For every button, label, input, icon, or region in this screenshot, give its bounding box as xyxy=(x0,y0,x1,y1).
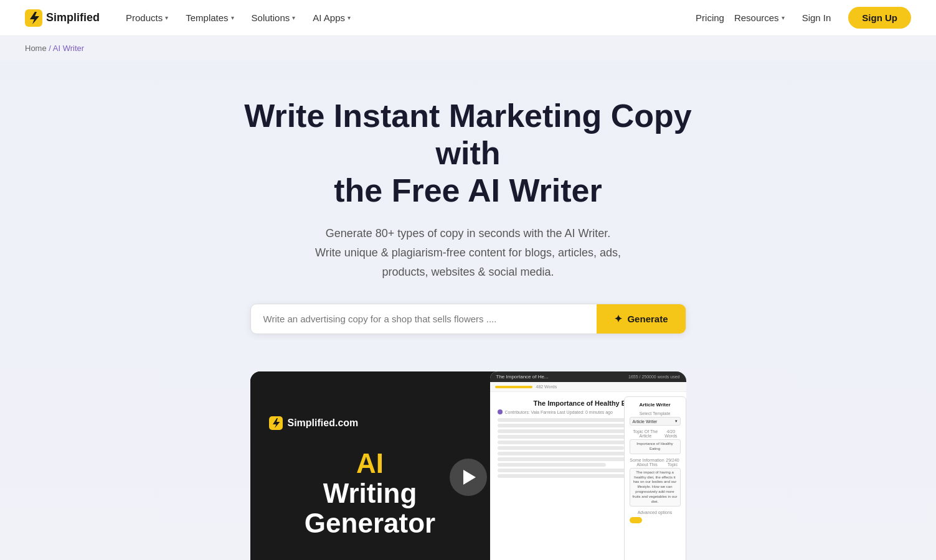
video-card: Simplified.com AI Writing Generator The … xyxy=(250,371,686,560)
breadcrumb-current: AI Writer xyxy=(53,44,84,53)
panel-advanced-options-label: Advanced options xyxy=(630,510,681,515)
panel-select-chevron-icon: ▾ xyxy=(675,419,678,424)
panel-topic-label: Topic Of The Article xyxy=(630,429,662,438)
generate-button[interactable]: ✦ Generate xyxy=(597,304,685,334)
doc-filename: The Importance of He... xyxy=(496,374,549,380)
select-template-label: Select Template xyxy=(630,411,681,416)
panel-toggle-switch[interactable] xyxy=(630,517,642,523)
nav-right: Pricing Resources ▾ Sign In Sign Up xyxy=(696,7,911,29)
nav-resources[interactable]: Resources ▾ xyxy=(734,12,785,23)
generate-icon: ✦ xyxy=(614,313,622,325)
panel-info-section: Some Information About This 29/240 Topic… xyxy=(630,458,681,507)
hero-section: Write Instant Marketing Copy with the Fr… xyxy=(0,60,936,560)
search-bar: ✦ Generate xyxy=(250,304,686,334)
panel-template-select[interactable]: Article Writer ▾ xyxy=(630,417,681,426)
panel-info-count: 29/240 Topic xyxy=(664,458,680,467)
doc-word-count-label: 482 Words xyxy=(536,385,557,389)
play-button[interactable] xyxy=(450,459,487,496)
video-title: AI Writing Generator xyxy=(269,449,471,539)
doc-line xyxy=(498,474,643,478)
video-section: Simplified.com AI Writing Generator The … xyxy=(12,371,924,560)
solutions-chevron-icon: ▾ xyxy=(292,14,295,21)
panel-info-textarea[interactable]: The impact of having a healthy diet, the… xyxy=(630,468,681,507)
article-panel-title: Article Writer xyxy=(630,402,681,408)
video-brand-text: Simplified.com xyxy=(288,418,359,429)
products-chevron-icon: ▾ xyxy=(165,14,168,21)
templates-chevron-icon: ▾ xyxy=(231,14,234,21)
doc-line xyxy=(498,435,643,439)
panel-info-label: Some Information About This xyxy=(630,458,665,467)
doc-toolbar: 482 Words xyxy=(490,382,686,392)
logo-text: Simplified xyxy=(46,11,100,24)
panel-select-template-section: Select Template Article Writer ▾ xyxy=(630,411,681,426)
toolbar-progress-bar xyxy=(495,386,532,388)
doc-line xyxy=(498,463,607,467)
panel-topic-section: Topic Of The Article 4/20 Words Importan… xyxy=(630,429,681,454)
logo-icon xyxy=(25,9,42,27)
nav-links: Products ▾ Templates ▾ Solutions ▾ AI Ap… xyxy=(118,7,696,28)
panel-topic-input[interactable]: Importance of Healthy Eating xyxy=(630,439,681,454)
ai-apps-chevron-icon: ▾ xyxy=(347,14,351,21)
doc-content-area: The Importance of Healthy Eating Contrib… xyxy=(490,392,686,560)
sign-in-button[interactable]: Sign In xyxy=(795,7,839,28)
breadcrumb: Home / AI Writer xyxy=(0,36,936,60)
doc-line xyxy=(498,446,625,450)
play-triangle-icon xyxy=(463,470,476,485)
breadcrumb-home-link[interactable]: Home xyxy=(25,44,47,53)
play-button-wrap[interactable] xyxy=(450,459,487,496)
doc-top-bar: The Importance of He... 1655 / 250000 wo… xyxy=(490,371,686,382)
resources-chevron-icon: ▾ xyxy=(782,14,785,21)
video-document-mockup: The Importance of He... 1655 / 250000 wo… xyxy=(490,371,686,560)
video-brand: Simplified.com xyxy=(269,416,471,430)
nav-solutions[interactable]: Solutions ▾ xyxy=(244,7,303,28)
sign-up-button[interactable]: Sign Up xyxy=(848,7,911,29)
nav-products[interactable]: Products ▾ xyxy=(118,7,176,28)
navbar: Simplified Products ▾ Templates ▾ Soluti… xyxy=(0,0,936,36)
hero-title: Write Instant Marketing Copy with the Fr… xyxy=(219,98,717,209)
video-brand-icon xyxy=(269,416,283,430)
panel-topic-row: Topic Of The Article 4/20 Words xyxy=(630,429,681,439)
nav-templates[interactable]: Templates ▾ xyxy=(178,7,241,28)
search-input[interactable] xyxy=(251,304,597,334)
logo-link[interactable]: Simplified xyxy=(25,9,100,27)
doc-word-limit: 1655 / 250000 words used xyxy=(628,375,680,379)
contributor-info: Contributors: Vala Farreira Last Updated… xyxy=(505,410,613,414)
panel-topic-count: 4/20 Words xyxy=(661,429,680,438)
nav-pricing[interactable]: Pricing xyxy=(696,12,724,23)
panel-info-row: Some Information About This 29/240 Topic xyxy=(630,458,681,468)
contributor-avatar xyxy=(498,409,503,414)
nav-ai-apps[interactable]: AI Apps ▾ xyxy=(305,7,358,28)
article-writer-panel: Article Writer Select Template Article W… xyxy=(624,396,686,560)
hero-subtitle: Generate 80+ types of copy in seconds wi… xyxy=(281,224,655,281)
